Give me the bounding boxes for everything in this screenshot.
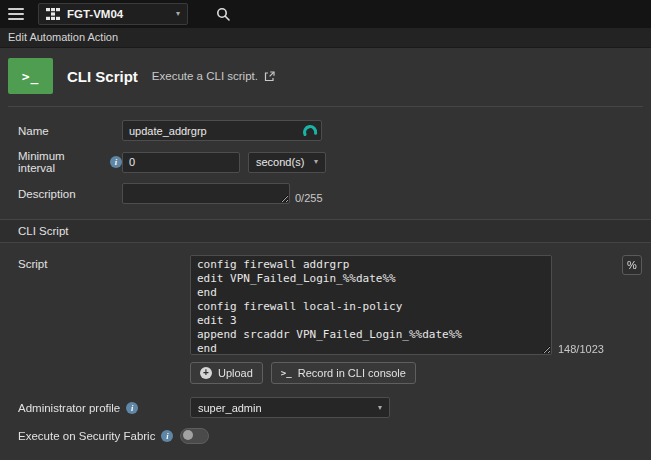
chevron-down-icon: ▾ — [176, 10, 180, 18]
cli-script-section-header: CLI Script — [0, 219, 651, 243]
page-title: CLI Script — [67, 68, 138, 85]
chevron-down-icon: ▾ — [314, 158, 318, 166]
search-button[interactable] — [216, 7, 230, 21]
plus-icon: + — [200, 367, 212, 379]
main-content: >_ CLI Script Execute a CLI script. Name — [0, 58, 651, 444]
chevron-down-icon: ▾ — [378, 404, 382, 412]
security-fabric-row: Execute on Security Fabric i — [18, 428, 651, 444]
device-selector[interactable]: FGT-VM04 ▾ — [38, 3, 188, 25]
cli-script-settings: Script config firewall addrgrp edit VPN_… — [0, 243, 651, 444]
minimum-interval-row: Minimum interval i second(s) ▾ — [18, 150, 651, 174]
terminal-icon: >_ — [281, 368, 292, 378]
upload-button[interactable]: + Upload — [190, 362, 263, 384]
administrator-profile-label: Administrator profile i — [18, 402, 190, 414]
name-row: Name — [18, 120, 651, 141]
topbar: FGT-VM04 ▾ — [0, 0, 651, 28]
description-counter: 0/255 — [295, 192, 323, 204]
info-icon: i — [126, 402, 138, 414]
general-settings: Name Minimum interval i second(s) ▾ — [0, 107, 651, 215]
script-row: Script config firewall addrgrp edit VPN_… — [18, 255, 651, 355]
record-cli-console-button[interactable]: >_ Record in CLI console — [271, 362, 416, 384]
search-icon — [216, 7, 230, 21]
interval-unit-value: second(s) — [256, 156, 304, 168]
description-row: Description 0/255 — [18, 183, 651, 204]
minimum-interval-label: Minimum interval i — [18, 150, 122, 174]
interval-unit-dropdown[interactable]: second(s) ▾ — [248, 152, 326, 173]
cli-script-icon: >_ — [8, 58, 53, 94]
info-icon: i — [161, 430, 173, 442]
menu-icon[interactable] — [8, 8, 24, 20]
security-fabric-label: Execute on Security Fabric i — [18, 430, 173, 442]
security-fabric-toggle[interactable] — [180, 428, 209, 444]
name-input[interactable] — [122, 120, 322, 141]
insert-variable-button[interactable]: % — [622, 255, 642, 275]
script-counter: 148/1023 — [558, 343, 604, 355]
device-name: FGT-VM04 — [67, 8, 123, 20]
minimum-interval-input[interactable] — [122, 152, 240, 173]
info-icon: i — [110, 156, 122, 168]
fortinet-logo-icon — [46, 8, 60, 20]
breadcrumb: Edit Automation Action — [0, 28, 651, 48]
breadcrumb-title: Edit Automation Action — [8, 31, 118, 43]
external-link-icon[interactable] — [264, 71, 275, 82]
action-header: >_ CLI Script Execute a CLI script. — [8, 58, 643, 107]
script-label: Script — [18, 255, 190, 270]
administrator-profile-value: super_admin — [198, 402, 262, 414]
automation-stitch-icon — [302, 123, 318, 138]
script-actions: + Upload >_ Record in CLI console — [190, 362, 651, 384]
name-label: Name — [18, 125, 122, 137]
action-subtitle: Execute a CLI script. — [152, 70, 258, 82]
administrator-profile-row: Administrator profile i super_admin ▾ — [18, 397, 651, 418]
script-input[interactable]: config firewall addrgrp edit VPN_Failed_… — [190, 255, 552, 355]
description-label: Description — [18, 188, 122, 200]
administrator-profile-dropdown[interactable]: super_admin ▾ — [190, 397, 390, 418]
description-input[interactable] — [122, 183, 290, 204]
